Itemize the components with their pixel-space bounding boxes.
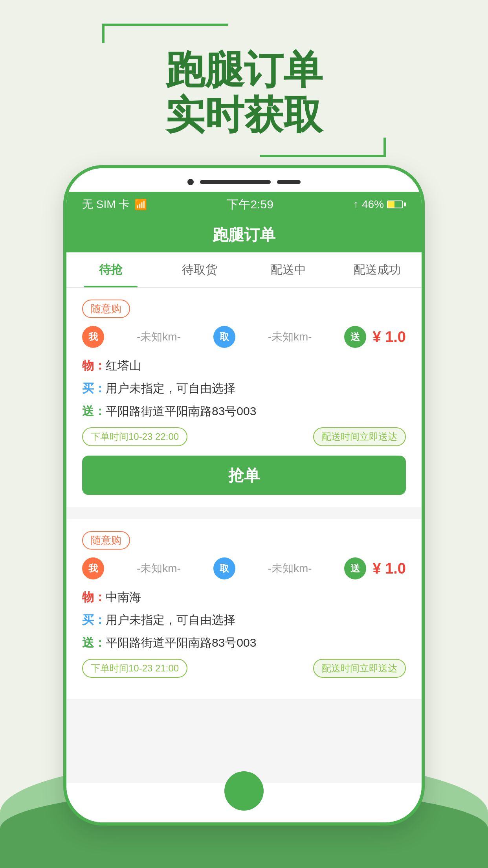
buy-value-2: 用户未指定，可自由选择 [106, 612, 406, 628]
battery-percent: 46% [362, 198, 384, 211]
route-deliver-icon-1: 送 [344, 326, 366, 348]
address-label-2: 送： [82, 634, 106, 651]
route-from-icon-1: 我 [82, 326, 104, 348]
delivery-time-tag-1: 配送时间立即送达 [313, 427, 406, 446]
address-value-1: 平阳路街道平阳南路83号003 [106, 403, 406, 419]
route-from-icon-2: 我 [82, 557, 104, 579]
delivery-time-tag-2: 配送时间立即送达 [313, 659, 406, 678]
phone-notch [66, 168, 422, 192]
main-title: 跑腿订单 实时获取 [165, 47, 323, 138]
order-time-tag-2: 下单时间10-23 21:00 [82, 659, 187, 678]
volume-down-button [63, 400, 66, 455]
front-camera [187, 179, 194, 185]
order-card-1: 随意购 我 -未知km- 取 -未知km- 送 ¥ 1.0 物： 红塔山 [66, 288, 422, 507]
status-right: ↑ 46% [353, 198, 406, 211]
buy-row-2: 买： 用户未指定，可自由选择 [82, 612, 406, 628]
battery-body [387, 200, 403, 208]
grab-button-1[interactable]: 抢单 [82, 456, 406, 495]
order-tag-1: 随意购 [82, 300, 130, 318]
route-pick-distance-1: -未知km- [242, 329, 338, 344]
tab-daiquhou[interactable]: 待取货 [155, 252, 244, 287]
silent-switch [63, 286, 66, 318]
signal-icon: ↑ [353, 198, 359, 211]
tab-peisongchenggong[interactable]: 配送成功 [333, 252, 422, 287]
wifi-icon: 📶 [134, 199, 147, 211]
goods-value-1: 红塔山 [106, 357, 406, 374]
phone-mockup: 无 SIM 卡 📶 下午2:59 ↑ 46% 跑腿订单 待抢 待取货 配送中 [63, 165, 425, 826]
goods-value-2: 中南海 [106, 589, 406, 605]
order-route-2: 我 -未知km- 取 -未知km- 送 ¥ 1.0 [82, 557, 406, 579]
route-deliver-icon-2: 送 [344, 557, 366, 579]
route-from-distance-1: -未知km- [110, 329, 207, 344]
carrier-label: 无 SIM 卡 [82, 197, 130, 212]
address-row-2: 送： 平阳路街道平阳南路83号003 [82, 634, 406, 651]
order-meta-2: 下单时间10-23 21:00 配送时间立即送达 [82, 659, 406, 678]
order-price-2: ¥ 1.0 [372, 560, 406, 577]
buy-label-2: 买： [82, 612, 106, 628]
order-price-1: ¥ 1.0 [372, 329, 406, 346]
battery-fill [388, 201, 394, 208]
app-header: 跑腿订单 [66, 217, 422, 252]
bracket-bottom [260, 138, 386, 157]
goods-row-2: 物： 中南海 [82, 589, 406, 605]
status-bar: 无 SIM 卡 📶 下午2:59 ↑ 46% [66, 192, 422, 217]
home-button[interactable] [224, 771, 264, 811]
goods-row-1: 物： 红塔山 [82, 357, 406, 374]
volume-up-button [63, 333, 66, 388]
clock: 下午2:59 [227, 197, 273, 213]
sensor [277, 180, 301, 184]
battery-tip [404, 202, 406, 206]
tab-daiqiang[interactable]: 待抢 [66, 252, 155, 287]
goods-label-2: 物： [82, 589, 106, 605]
buy-label-1: 买： [82, 380, 106, 397]
order-meta-1: 下单时间10-23 22:00 配送时间立即送达 [82, 427, 406, 446]
app-title: 跑腿订单 [213, 224, 275, 246]
tab-peisongzhong[interactable]: 配送中 [244, 252, 333, 287]
bracket-top [102, 24, 228, 43]
route-from-distance-2: -未知km- [110, 561, 207, 576]
tabs-bar[interactable]: 待抢 待取货 配送中 配送成功 [66, 252, 422, 288]
address-row-1: 送： 平阳路街道平阳南路83号003 [82, 403, 406, 419]
address-value-2: 平阳路街道平阳南路83号003 [106, 634, 406, 651]
order-card-2: 随意购 我 -未知km- 取 -未知km- 送 ¥ 1.0 物： 中南海 [66, 519, 422, 699]
battery-icon [387, 200, 406, 208]
order-tag-2: 随意购 [82, 531, 130, 550]
order-time-tag-1: 下单时间10-23 22:00 [82, 427, 187, 446]
route-pick-distance-2: -未知km- [242, 561, 338, 576]
divider-1 [66, 513, 422, 519]
power-button [422, 306, 425, 353]
order-route-1: 我 -未知km- 取 -未知km- 送 ¥ 1.0 [82, 326, 406, 348]
top-title-area: 跑腿订单 实时获取 [0, 24, 488, 157]
goods-label-1: 物： [82, 357, 106, 374]
buy-row-1: 买： 用户未指定，可自由选择 [82, 380, 406, 397]
route-pick-icon-1: 取 [213, 326, 235, 348]
speaker [200, 180, 271, 184]
address-label-1: 送： [82, 403, 106, 419]
buy-value-1: 用户未指定，可自由选择 [106, 380, 406, 397]
status-left: 无 SIM 卡 📶 [82, 197, 147, 212]
order-list: 随意购 我 -未知km- 取 -未知km- 送 ¥ 1.0 物： 红塔山 [66, 288, 422, 783]
route-pick-icon-2: 取 [213, 557, 235, 579]
